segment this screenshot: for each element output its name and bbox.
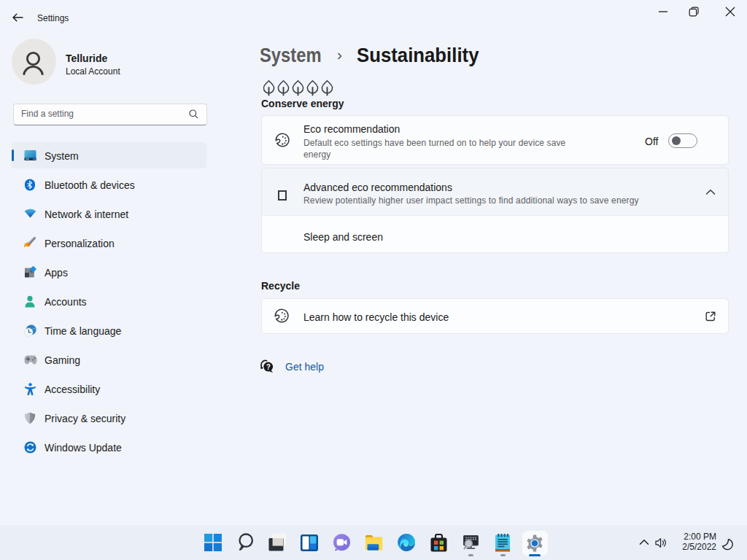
svg-text:?: ? [266, 363, 271, 371]
